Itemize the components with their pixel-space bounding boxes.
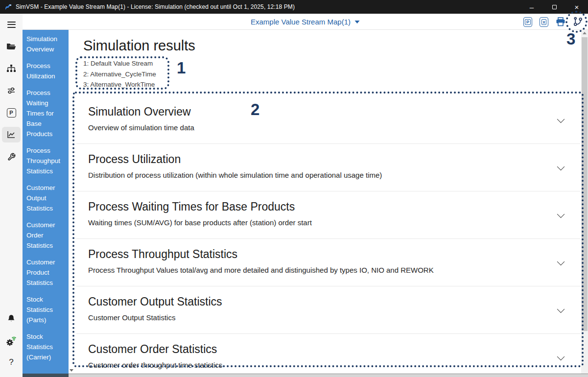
section-title: Process Utilization: [88, 153, 546, 166]
window-controls: – ×: [520, 0, 588, 14]
products-panel-button[interactable]: P: [2, 105, 21, 120]
value-stream-item-2: 2: Alternative_CycleTime: [83, 69, 588, 80]
value-stream-map-selector[interactable]: Example Value Stream Map(1): [251, 14, 360, 30]
hierarchy-icon: [6, 64, 16, 73]
hamburger-menu-button[interactable]: [2, 17, 21, 32]
section-process-waiting-times[interactable]: Process Waiting Times for Base Products …: [76, 191, 580, 239]
section-customer-order[interactable]: Customer Order Statistics Customer order…: [76, 334, 580, 374]
section-simulation-overview[interactable]: Simulation Overview Overview of simulati…: [76, 96, 580, 144]
open-file-button[interactable]: [2, 39, 21, 54]
close-button[interactable]: ×: [565, 0, 588, 14]
help-button[interactable]: ?: [2, 354, 21, 370]
sidebar-item-process-throughput[interactable]: Process Throughput Statistics: [26, 145, 67, 176]
sidebar-item-customer-output[interactable]: Customer Output Statistics: [26, 183, 67, 213]
tools-button[interactable]: [2, 149, 21, 165]
icon-rail: P ?: [0, 14, 23, 377]
export-powerpoint-button[interactable]: P: [523, 17, 532, 27]
dropdown-caret-icon: [355, 21, 360, 24]
section-subtitle: Distribution of process utilization (wit…: [88, 171, 546, 180]
map-selector-label: Example Value Stream Map(1): [251, 18, 351, 26]
toolbar-actions: P x: [523, 14, 583, 30]
sidebar-item-stock-parts[interactable]: Stock Statistics (Parts): [26, 294, 67, 325]
branch-icon: [573, 17, 583, 27]
simulation-results-button[interactable]: [2, 127, 21, 142]
chevron-down-icon[interactable]: [557, 258, 565, 265]
horizontal-scrollbar[interactable]: [69, 374, 588, 377]
sidebar-item-stock-carrier[interactable]: Stock Statistics (Carrier): [26, 331, 67, 362]
notifications-button[interactable]: [2, 310, 21, 326]
chevron-down-icon[interactable]: [557, 353, 565, 360]
chevron-down-icon[interactable]: [557, 210, 565, 218]
top-toolbar: Example Value Stream Map(1) P x: [23, 14, 588, 30]
sidebar-scroll-down-arrow-icon[interactable]: [70, 369, 73, 372]
export-excel-button[interactable]: x: [540, 17, 548, 27]
section-customer-output[interactable]: Customer Output Statistics Customer Outp…: [76, 286, 580, 334]
section-title: Customer Order Statistics: [88, 343, 546, 356]
maximize-button[interactable]: [543, 0, 565, 14]
question-mark-icon: ?: [9, 357, 13, 367]
hamburger-icon: [7, 22, 16, 28]
results-accordion: Simulation Overview Overview of simulati…: [76, 96, 580, 374]
sidebar-item-process-utilization[interactable]: Process Utilization: [26, 61, 67, 81]
printer-icon: [556, 17, 565, 26]
section-title: Process Waiting Times for Base Products: [88, 200, 546, 213]
p-square-icon: P: [7, 108, 16, 118]
results-sidebar: Simulation Overview Process Utilization …: [23, 30, 69, 374]
simvsm-window: { "window": { "title": "SimVSM - Example…: [0, 0, 588, 377]
folder-open-icon: [6, 43, 16, 50]
section-title: Simulation Overview: [88, 105, 546, 118]
gear-wifi-icon: [6, 334, 17, 346]
chevron-down-icon[interactable]: [557, 305, 565, 313]
sidebar-item-simulation-overview[interactable]: Simulation Overview: [26, 34, 67, 54]
minimize-button[interactable]: –: [520, 0, 543, 14]
section-process-throughput[interactable]: Process Throughput Statistics Process Th…: [76, 239, 580, 286]
chevron-down-icon[interactable]: [557, 163, 565, 170]
value-stream-list: 1: Default Value Stream 2: Alternative_C…: [83, 58, 588, 90]
sidebar-item-customer-order[interactable]: Customer Order Statistics: [26, 220, 67, 251]
hierarchy-view-button[interactable]: [2, 61, 21, 76]
excel-doc-icon: x: [541, 19, 546, 25]
scroll-up-arrow-icon[interactable]: [583, 32, 587, 34]
alternatives-branch-button[interactable]: [573, 17, 583, 27]
line-chart-icon: [7, 131, 16, 139]
section-subtitle: Customer Output Statistics: [88, 313, 546, 322]
section-subtitle: Overview of simulation time data: [88, 123, 546, 132]
scrollbar-thumb[interactable]: [582, 37, 588, 331]
section-title: Process Throughput Statistics: [88, 248, 546, 261]
window-title: SimVSM - Example Value Stream Map(1) - L…: [16, 3, 295, 10]
sliders-icon: [7, 87, 16, 94]
section-subtitle: Process Throughput Values total/avg and …: [88, 266, 546, 275]
value-stream-item-1: 1: Default Value Stream: [83, 58, 588, 69]
main-content: Simulation results 1: Default Value Stre…: [69, 30, 588, 374]
section-title: Customer Output Statistics: [88, 295, 546, 308]
title-bar: SimVSM - Example Value Stream Map(1) - L…: [0, 0, 588, 14]
maximize-icon: [552, 5, 557, 9]
section-subtitle: Customer order throughput time statistic…: [88, 361, 546, 370]
parameters-button[interactable]: [2, 83, 21, 98]
print-button[interactable]: [556, 17, 565, 26]
chevron-down-icon[interactable]: [557, 115, 565, 123]
bell-icon: [7, 314, 16, 323]
powerpoint-doc-icon: P: [525, 19, 530, 25]
section-process-utilization[interactable]: Process Utilization Distribution of proc…: [76, 144, 580, 191]
app-logo-icon: [5, 3, 12, 10]
connection-settings-button[interactable]: [2, 332, 21, 348]
page-title: Simulation results: [83, 37, 588, 54]
section-subtitle: Waiting times (SUM/AVG) for base product…: [88, 218, 546, 227]
sidebar-item-process-waiting-times[interactable]: Process Waiting Times for Base Products: [26, 88, 67, 139]
sidebar-item-customer-product[interactable]: Customer Product Statistics: [26, 257, 67, 288]
vertical-scrollbar[interactable]: [581, 30, 588, 374]
value-stream-item-3: 3: Alternative_WorkTime: [83, 79, 588, 90]
wrench-icon: [7, 153, 16, 161]
sidebar-bottom-edge: [23, 374, 69, 377]
